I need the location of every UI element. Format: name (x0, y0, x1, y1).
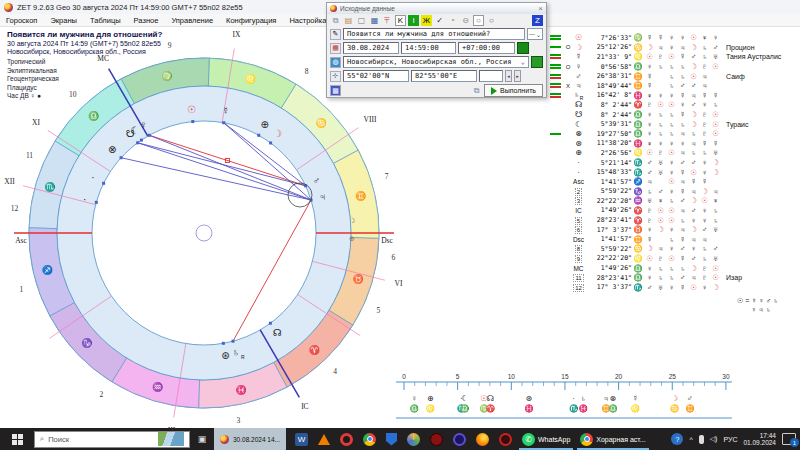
planet-glyph-sat: ♄ (232, 347, 240, 358)
ring-mark: ☽ (349, 217, 355, 224)
zet-task-icon (220, 435, 229, 444)
task-view-button[interactable]: ▣ (190, 428, 214, 450)
menu-item-гороскоп[interactable]: Гороскоп (6, 16, 37, 25)
toolbar-icon[interactable]: Z (532, 15, 543, 26)
toolbar-icon[interactable]: I (408, 15, 419, 26)
table-row: ⊗19°27'50"♎♀♄♄♃♄♇☉ (550, 129, 800, 139)
planet-degree-marker (95, 201, 98, 204)
prev-arrow-button[interactable]: ◂ (505, 70, 512, 82)
taskbar-app-word[interactable]: W (290, 428, 313, 450)
toolbar-icon[interactable]: ✓ (434, 15, 445, 26)
taskbar-app-chrome[interactable] (358, 428, 381, 450)
cusp-label: VIII (364, 115, 377, 124)
now-button[interactable] (517, 42, 529, 54)
ruler-tick-label: 15 (561, 373, 569, 380)
planet-degree-marker (257, 134, 260, 137)
menu-item-конфигурация[interactable]: Конфигурация (226, 16, 276, 25)
chart-datetime: 30 августа 2024 Пт 14:59 (GMT+7) 55n02 8… (7, 40, 162, 47)
toolbar-icon[interactable]: ▤ (343, 15, 354, 26)
help-tray-icon[interactable]: ? (671, 433, 683, 445)
toolbar-icon[interactable]: ▢ (356, 15, 367, 26)
taskbar-app-purple[interactable] (448, 428, 471, 450)
close-icon[interactable]: × (538, 4, 543, 13)
menu-item-настройка[interactable]: Настройка (289, 16, 326, 25)
zodiac-sector (274, 310, 353, 387)
dialog-icon (330, 5, 337, 12)
latitude-input[interactable]: 55°02'00"N (343, 70, 409, 82)
toolbar-icon[interactable]: ○ (473, 15, 484, 26)
search-input[interactable]: ⌕ Поиск (34, 431, 190, 448)
play-icon (491, 87, 497, 95)
dialog-title: Исходные данные (340, 5, 395, 12)
planet-glyph-moon: ☽ (273, 128, 282, 139)
ruler-sign-glyph: ♏ (457, 404, 467, 413)
taskbar-app-opera[interactable] (335, 428, 358, 450)
cusp-label: Dsc (381, 236, 393, 245)
menu-item-разное[interactable]: Разное (134, 16, 159, 25)
toolbar-icon[interactable]: ○ (486, 15, 497, 26)
center-circle (196, 225, 212, 241)
toolbar-icon[interactable]: ◔ (447, 15, 458, 26)
zet-taskbar-button[interactable]: 30.08.2024 14... (214, 428, 286, 450)
ruler-sign-glyph: ♎ (410, 404, 420, 413)
taskbar-app-vlc[interactable] (313, 428, 335, 450)
timezone-input[interactable]: +07:00:00 (458, 42, 515, 54)
planet-glyph-ven: ♀ (140, 119, 148, 130)
toolbar-icon[interactable]: K (395, 15, 406, 26)
ruler-planet-glyph: ☽ (671, 394, 678, 403)
notification-center-button[interactable]: 1 (782, 433, 796, 445)
taskbar-app-shield[interactable] (381, 428, 402, 450)
question-dropdown[interactable]: —⌄ (527, 28, 543, 40)
ruler-sign-glyph: ♎ (608, 404, 618, 413)
chart-settings-list: ТропическийЭклиптикальнаяГеоцентрическая… (7, 58, 59, 101)
taskbar-app-whatsapp[interactable]: ✆WhatsApp (517, 428, 575, 450)
planet-glyph-pr: ⊕ (260, 119, 268, 130)
planet-glyph-lil: ☾ (130, 125, 139, 136)
altitude-input[interactable] (479, 70, 503, 82)
table-row: 322°22'20"♒♅♆♄♂☽☉♆ (550, 196, 800, 206)
atlas-button[interactable] (531, 56, 543, 68)
taskbar-app-redcam[interactable] (494, 428, 517, 450)
longitude-input[interactable]: 82°55'00"E (411, 70, 477, 82)
toolbar-icon[interactable]: 〒 (382, 15, 393, 26)
toolbar-icon[interactable]: ▦ (369, 15, 380, 26)
tray-expand-icon[interactable]: ^ (689, 436, 692, 443)
menu-item-экраны[interactable]: Экраны (50, 16, 77, 25)
ruler-sign-glyph: ♌ (426, 404, 436, 413)
dialog-title-bar[interactable]: Исходные данные × (327, 3, 546, 14)
house-number: 6 (392, 253, 396, 262)
taskbar-app-paint[interactable] (402, 428, 425, 450)
house-number: 9 (168, 41, 172, 50)
language-indicator[interactable]: РУС (723, 436, 737, 443)
globe-icon: ◍ (330, 57, 341, 68)
clock[interactable]: 17:44 01.09.2024 (743, 432, 776, 447)
house-number: 12 (11, 204, 19, 213)
aspect-line (138, 143, 306, 186)
speaker-icon[interactable]: ◁) (710, 435, 718, 443)
toolbar-icon[interactable]: Ж (421, 15, 432, 26)
ruler-planet-glyph: ♄ (580, 394, 586, 403)
microphone-icon[interactable] (699, 435, 704, 444)
ruler-tick-label: 30 (722, 373, 730, 380)
place-input[interactable]: Новосибирск, Новосибирская обл., Россия⌄ (343, 56, 529, 68)
planet-degree-marker (120, 156, 123, 159)
ruler-sign-glyph: ♊ (601, 404, 611, 413)
question-input[interactable]: Появится ли мужчина для отношений? (343, 28, 525, 40)
zodiac-sign-glyph: ♎ (88, 110, 100, 122)
taskbar-app-obs[interactable] (425, 428, 448, 450)
date-input[interactable]: 30.08.2024 (343, 42, 399, 54)
ruler-planet-glyph: ♃ (603, 394, 609, 403)
toolbar-icon[interactable]: ⧉ (330, 15, 341, 26)
menu-item-управление[interactable]: Управление (171, 16, 213, 25)
execute-button[interactable]: Выполнить (484, 84, 543, 97)
time-input[interactable]: 14:59:00 (401, 42, 456, 54)
start-button[interactable] (0, 428, 34, 450)
menu-item-таблицы[interactable]: Таблицы (90, 16, 121, 25)
taskbar-app-chrome[interactable]: Хорарная аст... (575, 428, 650, 450)
copy-icon[interactable]: ⧉ (471, 85, 482, 96)
toolbar-icon[interactable]: ⊖ (460, 15, 471, 26)
next-arrow-button[interactable]: ▸ (514, 70, 521, 82)
planet-degree-marker (140, 139, 143, 142)
taskbar-app-firefox[interactable] (471, 428, 494, 450)
ruler-tick-label: 0 (402, 373, 406, 380)
